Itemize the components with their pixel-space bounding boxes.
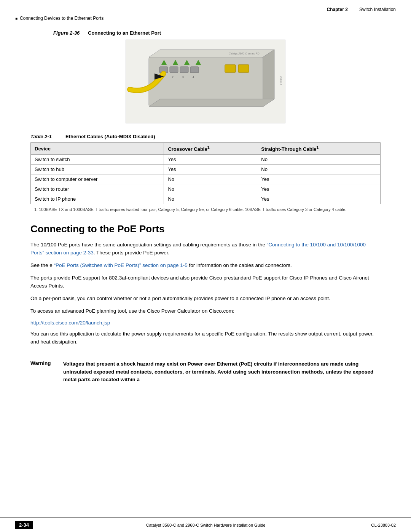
table-row: Switch to router No Yes xyxy=(31,184,381,194)
page-header: Chapter 2 Switch Installation xyxy=(0,0,411,14)
table-footnote: 1. 100BASE-TX and 1000BASE-T traffic req… xyxy=(30,207,381,212)
svg-rect-14 xyxy=(225,65,236,72)
crossover-cell: Yes xyxy=(164,155,257,165)
para1-text-before: The 10/100 PoE ports have the same auton… xyxy=(30,242,267,248)
device-cell: Switch to IP phone xyxy=(31,194,164,204)
crossover-cell: No xyxy=(164,194,257,204)
crossover-cell: Yes xyxy=(164,165,257,174)
table-row: Switch to computer or server No Yes xyxy=(31,174,381,184)
page-footer: 2-34 Catalyst 3560-C and 2960-C Switch H… xyxy=(0,518,411,532)
chapter-label: Chapter 2 xyxy=(327,7,348,12)
footer-doc-number: OL-23803-02 xyxy=(371,523,396,527)
paragraph-6: You can use this application to calculat… xyxy=(30,330,381,346)
col-header-straight: Straight-Through Cable1 xyxy=(257,143,381,155)
straight-cell: No xyxy=(257,165,381,174)
table-row: Switch to switch Yes No xyxy=(31,155,381,165)
table-row: Switch to hub Yes No xyxy=(31,165,381,174)
figure-number: Figure 2-36 xyxy=(53,30,80,36)
svg-marker-3 xyxy=(263,50,274,107)
section-heading: Connecting to the PoE Ports xyxy=(30,219,381,235)
ethernet-cables-table: Device Crossover Cable1 Straight-Through… xyxy=(30,142,381,204)
figure-block: Figure 2-36 Connecting to an Ethernet Po… xyxy=(30,30,381,125)
figure-image: Catalyst2960-C series PD 1 2 3 4 xyxy=(126,40,285,123)
paragraph-5: To access an advanced PoE planning tool,… xyxy=(30,307,381,315)
warning-text: Voltages that present a shock hazard may… xyxy=(63,360,381,384)
main-content: Figure 2-36 Connecting to an Ethernet Po… xyxy=(0,22,411,391)
svg-text:Catalyst2960-C series PD: Catalyst2960-C series PD xyxy=(229,52,260,55)
para2-text-before: See the e xyxy=(30,262,54,268)
table-caption: Table 2-1 Ethernet Cables (Auto-MDIX Dis… xyxy=(30,134,381,139)
warning-label: Warning xyxy=(30,360,57,384)
para1-text-after: . These ports provide PoE power. xyxy=(94,250,169,256)
figure-caption: Figure 2-36 Connecting to an Ethernet Po… xyxy=(30,30,381,36)
svg-text:4: 4 xyxy=(193,76,194,78)
svg-rect-12 xyxy=(180,67,188,73)
svg-rect-11 xyxy=(170,67,178,73)
switch-diagram: Catalyst2960-C series PD 1 2 3 4 xyxy=(126,40,285,123)
svg-marker-4 xyxy=(149,99,274,107)
breadcrumb-text: Connecting Devices to the Ethernet Ports xyxy=(20,16,104,21)
straight-cell: Yes xyxy=(257,184,381,194)
paragraph-4: On a per-port basis, you can control whe… xyxy=(30,295,381,303)
warning-block: Warning Voltages that present a shock ha… xyxy=(30,354,381,384)
table-row: Switch to IP phone No Yes xyxy=(31,194,381,204)
figure-title: Connecting to an Ethernet Port xyxy=(88,30,161,36)
paragraph-2: See the e “PoE Ports (Switches with PoE … xyxy=(30,262,381,270)
crossover-cell: No xyxy=(164,184,257,194)
straight-cell: No xyxy=(257,155,381,165)
table-number: Table 2-1 xyxy=(30,134,52,139)
url-link[interactable]: http://tools.cisco.com/20/launch.jsp xyxy=(30,320,381,326)
breadcrumb: Connecting Devices to the Ethernet Ports xyxy=(0,14,411,22)
svg-rect-13 xyxy=(190,67,199,73)
section-label: Switch Installation xyxy=(359,7,396,12)
svg-text:3: 3 xyxy=(182,76,184,78)
footer-doc-title: Catalyst 3560-C and 2960-C Switch Hardwa… xyxy=(40,523,371,527)
paragraph-3: The ports provide PoE support for 802.3a… xyxy=(30,274,381,290)
straight-cell: Yes xyxy=(257,174,381,184)
device-cell: Switch to router xyxy=(31,184,164,194)
device-cell: Switch to computer or server xyxy=(31,174,164,184)
svg-rect-15 xyxy=(238,65,249,72)
para2-link[interactable]: “PoE Ports (Switches with PoE Ports)” se… xyxy=(54,262,188,268)
para2-text-after: for information on the cables and connec… xyxy=(188,262,292,268)
table-title: Ethernet Cables (Auto-MDIX Disabled) xyxy=(65,134,155,139)
crossover-cell: No xyxy=(164,174,257,184)
svg-text:2: 2 xyxy=(172,76,174,78)
col-header-crossover: Crossover Cable1 xyxy=(164,143,257,155)
device-cell: Switch to switch xyxy=(31,155,164,165)
col-header-device: Device xyxy=(31,143,164,155)
svg-text:208915: 208915 xyxy=(280,76,282,85)
page-number: 2-34 xyxy=(15,521,33,529)
paragraph-1: The 10/100 PoE ports have the same auton… xyxy=(30,241,381,257)
straight-cell: Yes xyxy=(257,194,381,204)
device-cell: Switch to hub xyxy=(31,165,164,174)
